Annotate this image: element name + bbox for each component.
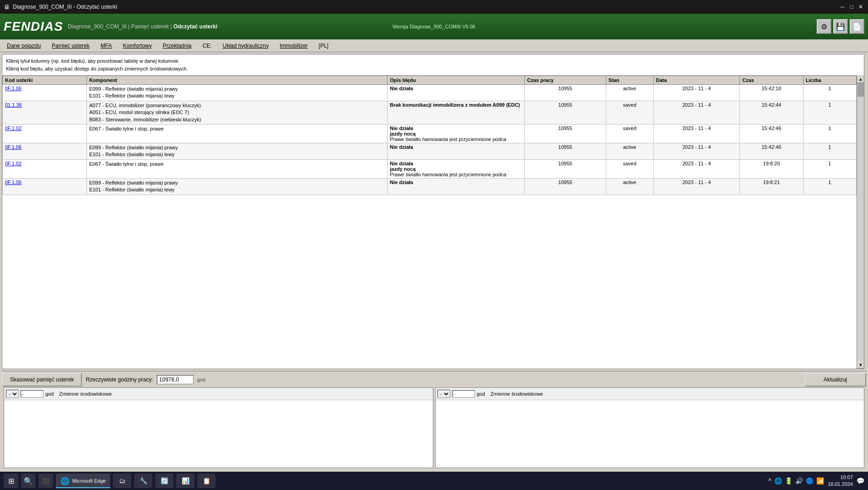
clear-memory-button[interactable]: Skasować pamięć usterek (2, 373, 82, 387)
header-bar: FENDIAS Diagnose_900_COM_III | Pamięć us… (0, 14, 868, 39)
close-button[interactable]: ✕ (857, 3, 864, 11)
table-scrollbar[interactable]: ▲ ▼ (857, 76, 864, 369)
table-row[interactable]: 01.1.36A077 - ECU, immobilizer (pomaranc… (3, 101, 857, 124)
env-panel-right: - god Zmienne środowiskowe (435, 387, 865, 468)
nav-item-pamiec-usterek[interactable]: Pamięć usterek (47, 41, 95, 51)
col-header-stan[interactable]: Stan (606, 76, 653, 85)
cell-stan: active (606, 143, 653, 159)
col-header-komponent[interactable]: Komponent (86, 76, 387, 85)
col-header-czas[interactable]: Czas (740, 76, 803, 85)
task-view-button[interactable]: ⬛ (38, 474, 53, 488)
col-header-data[interactable]: Data (653, 76, 740, 85)
env-panel-left-header: - god Zmienne środowiskowe (4, 388, 433, 400)
cell-czas: 15:42:46 (740, 124, 803, 143)
table-row[interactable]: 0F.1.02E067 - Światło tylne i stop, praw… (3, 124, 857, 143)
bottom-controls: Skasować pamięć usterek Rzeczywiste godz… (2, 371, 866, 387)
table-wrapper: Kod usterki Komponent Opis błędu Czas pr… (2, 76, 864, 369)
wifi-icon[interactable]: 📶 (816, 477, 824, 485)
cell-opis: Nie działajazdy nocąPrawe światło hamowa… (388, 124, 525, 143)
maximize-button[interactable]: □ (848, 3, 855, 11)
env-panel-right-header: - god Zmienne środowiskowe (436, 388, 864, 400)
table-scroll-area[interactable]: Kod usterki Komponent Opis błędu Czas pr… (2, 76, 857, 369)
network-icon[interactable]: 🌐 (774, 477, 782, 485)
scroll-thumb[interactable] (857, 83, 864, 97)
cell-liczba: 1 (803, 85, 856, 101)
taskbar-left: ⊞ 🔍 ⬛ 🌐 Microsoft Edge 🗂 🔧 🔄 📊 📋 (4, 474, 216, 488)
nav-item-uklad-hydrauliczny[interactable]: Układ hydrauliczny (218, 41, 274, 51)
version-text: Wersja Diagnose_900_COMIII V5.06 (393, 24, 475, 29)
env-right-select[interactable]: - (437, 390, 450, 398)
table-row[interactable]: 0F.1.06E099 - Reflektor (światło mijania… (3, 178, 857, 195)
cell-stan: saved (606, 124, 653, 143)
cell-kod[interactable]: 0F.1.06 (3, 178, 87, 195)
scroll-down-btn[interactable]: ▼ (857, 361, 864, 369)
cell-czas: 15:42:46 (740, 143, 803, 159)
cell-czas: 19:8:20 (740, 159, 803, 178)
cell-kod[interactable]: 0F.1.02 (3, 124, 87, 143)
cell-kod[interactable]: 0F.1.06 (3, 85, 87, 101)
update-button[interactable]: Aktualizuj (804, 373, 866, 387)
taskbar-app5[interactable]: 📊 (176, 474, 194, 488)
cell-opis: Brak komunikacji immobilizera z modułem … (388, 101, 525, 124)
env-panel-left: - god Zmienne środowiskowe (4, 387, 433, 468)
save-icon-btn[interactable]: 💾 (833, 19, 848, 34)
battery-icon[interactable]: 🔋 (785, 477, 793, 485)
cell-komponent: E067 - Światło tylne i stop, prawe (86, 124, 387, 143)
start-button[interactable]: ⊞ (4, 474, 18, 488)
taskbar-app4[interactable]: 🔄 (155, 474, 173, 488)
work-hours-input[interactable] (157, 375, 194, 384)
table-row[interactable]: 0F.1.06E099 - Reflektor (światło mijania… (3, 85, 857, 101)
document-icon-btn[interactable]: 📄 (850, 19, 864, 34)
notification-area: ^ 🌐 🔋 🔊 🔵 📶 (768, 477, 824, 485)
nav-item-przekladnia[interactable]: Przekładnia (158, 41, 197, 51)
env-left-select[interactable]: - (6, 390, 19, 398)
taskbar-app2[interactable]: 🗂 (113, 474, 131, 488)
col-header-czas-pracy[interactable]: Czas pracy (525, 76, 606, 85)
cell-opis: Nie działa (388, 178, 525, 195)
cell-stan: saved (606, 159, 653, 178)
nav-item-dane-pojazdu[interactable]: Dane pojazdu (2, 41, 46, 51)
bluetooth-icon[interactable]: 🔵 (806, 477, 814, 485)
scroll-up-btn[interactable]: ▲ (857, 76, 864, 83)
nav-item-pl[interactable]: [PL] (314, 41, 334, 51)
clock[interactable]: 10:07 18.01.2024 (828, 474, 853, 488)
cell-opis: Nie działa (388, 85, 525, 101)
minimize-button[interactable]: ─ (839, 3, 846, 11)
taskbar-edge-app[interactable]: 🌐 Microsoft Edge (56, 474, 110, 488)
taskbar-app6[interactable]: 📋 (197, 474, 216, 488)
table-row[interactable]: 0F.1.06E099 - Reflektor (światło mijania… (3, 143, 857, 159)
cell-data: 2023 - 11 - 4 (653, 143, 740, 159)
col-header-kod[interactable]: Kod usterki (3, 76, 87, 85)
table-row[interactable]: 0F.1.02E067 - Światło tylne i stop, praw… (3, 159, 857, 178)
edge-icon: 🌐 (60, 477, 70, 485)
nav-item-ce[interactable]: CE: (198, 41, 217, 51)
cell-czas: 19:8:21 (740, 178, 803, 195)
settings-icon-btn[interactable]: ⚙ (817, 19, 831, 34)
col-header-liczba[interactable]: Liczba (803, 76, 856, 85)
taskbar-app3[interactable]: 🔧 (134, 474, 152, 488)
nav-item-mfa[interactable]: MFA (96, 41, 117, 51)
cell-komponent: E067 - Światło tylne i stop, prawe (86, 159, 387, 178)
cell-liczba: 1 (803, 143, 856, 159)
cell-kod[interactable]: 0F.1.06 (3, 143, 87, 159)
error-table: Kod usterki Komponent Opis błędu Czas pr… (2, 76, 857, 195)
nav-item-komfortowy[interactable]: Komfortowy (118, 41, 156, 51)
chevron-up-icon[interactable]: ^ (768, 477, 771, 485)
taskbar-right: ^ 🌐 🔋 🔊 🔵 📶 10:07 18.01.2024 💬 (768, 474, 864, 488)
notification-button[interactable]: 💬 (857, 477, 864, 485)
env-right-god-label: god (477, 391, 485, 397)
search-button[interactable]: 🔍 (21, 474, 36, 488)
cell-komponent: A077 - ECU, immobilizer (pomaranczowy kl… (86, 101, 387, 124)
env-left-god-input[interactable] (21, 390, 43, 397)
env-right-god-input[interactable] (452, 390, 475, 397)
cell-kod[interactable]: 0F.1.02 (3, 159, 87, 178)
col-header-opis[interactable]: Opis błędu (388, 76, 525, 85)
cell-czas-pracy: 10955 (525, 124, 606, 143)
volume-icon[interactable]: 🔊 (795, 477, 803, 485)
nav-item-immobilizer[interactable]: Immobilizer (275, 41, 313, 51)
cell-data: 2023 - 11 - 4 (653, 159, 740, 178)
cell-komponent: E099 - Reflektor (światło mijania) prawy… (86, 85, 387, 101)
cell-kod[interactable]: 01.1.36 (3, 101, 87, 124)
cell-czas: 15:42:44 (740, 101, 803, 124)
app-icon: 🖥 (4, 3, 10, 11)
